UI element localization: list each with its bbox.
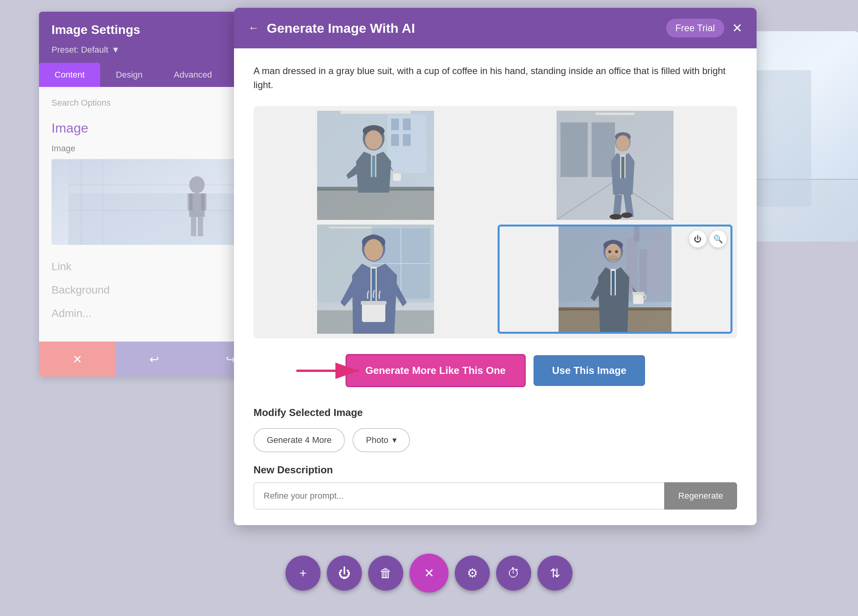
chevron-down-icon: ▾: [392, 435, 397, 445]
modify-controls: Generate 4 More Photo ▾: [254, 428, 737, 452]
svg-point-71: [364, 239, 383, 261]
svg-rect-35: [403, 134, 411, 146]
svg-rect-75: [361, 301, 386, 305]
svg-rect-43: [372, 156, 375, 177]
new-description-section: New Description Regenerate: [254, 464, 737, 510]
description-input-row: Regenerate: [254, 482, 737, 510]
undo-button[interactable]: ↩: [116, 342, 193, 377]
background-label: Background: [51, 284, 257, 296]
close-toolbar-button[interactable]: ✕: [410, 554, 448, 593]
svg-rect-93: [612, 271, 615, 296]
admin-label: Admin...: [51, 307, 257, 320]
generate-4more-button[interactable]: Generate 4 More: [254, 428, 345, 452]
svg-point-91: [608, 255, 619, 261]
selected-image-overlay: ⏻ 🔍: [689, 230, 727, 248]
svg-rect-74: [362, 303, 385, 322]
link-label: Link: [51, 260, 257, 273]
add-button[interactable]: +: [285, 556, 321, 591]
photo-style-select[interactable]: Photo ▾: [353, 428, 410, 452]
svg-rect-45: [392, 171, 402, 173]
modal-header-right: Free Trial ✕: [666, 19, 743, 37]
svg-rect-22: [201, 193, 206, 211]
svg-rect-36: [340, 111, 411, 114]
history-button[interactable]: ⏱: [496, 556, 531, 591]
sort-button[interactable]: ⇅: [537, 556, 573, 591]
svg-rect-34: [391, 134, 399, 146]
grid-image-2[interactable]: [498, 111, 732, 220]
svg-point-61: [621, 212, 632, 218]
svg-rect-67: [329, 227, 372, 228]
image-label: Image: [51, 143, 257, 154]
arrow-indicator: [292, 359, 370, 382]
chevron-down-icon: ▼: [112, 45, 120, 55]
svg-point-55: [616, 135, 629, 151]
settings-button[interactable]: ⚙: [455, 556, 490, 591]
svg-rect-44: [393, 172, 401, 181]
use-this-image-button[interactable]: Use This Image: [534, 355, 645, 386]
generate-more-button[interactable]: Generate More Like This One: [346, 354, 526, 387]
svg-rect-51: [592, 122, 615, 177]
svg-rect-37: [317, 189, 434, 220]
power-overlay-button[interactable]: ⏻: [689, 230, 706, 248]
search-overlay-button[interactable]: 🔍: [709, 230, 727, 248]
ai-modal: ← Generate Image With AI Free Trial ✕ A …: [234, 8, 757, 525]
new-description-title: New Description: [254, 464, 737, 476]
modify-section: Modify Selected Image Generate 4 More Ph…: [254, 407, 737, 452]
back-icon[interactable]: ←: [248, 22, 259, 34]
svg-rect-32: [391, 119, 399, 130]
image-preview: [51, 159, 257, 245]
image-section-title: Image: [51, 120, 257, 136]
svg-rect-33: [403, 119, 411, 130]
delete-button[interactable]: 🗑: [368, 556, 403, 591]
tab-content[interactable]: Content: [39, 63, 100, 87]
svg-rect-52: [596, 113, 635, 115]
grid-image-3[interactable]: [258, 225, 493, 334]
modal-header-left: ← Generate Image With AI: [248, 21, 415, 36]
action-buttons-row: Generate More Like This One Use This Ima…: [254, 354, 737, 387]
svg-point-41: [365, 130, 382, 150]
svg-rect-57: [621, 157, 624, 178]
grid-image-1[interactable]: [258, 111, 493, 220]
svg-rect-94: [633, 294, 644, 304]
image-grid: ⏻ 🔍: [254, 106, 737, 338]
tab-design[interactable]: Design: [100, 63, 158, 87]
svg-rect-18: [68, 193, 240, 245]
svg-rect-95: [632, 292, 644, 295]
svg-point-89: [615, 250, 618, 253]
tab-advanced[interactable]: Advanced: [158, 63, 228, 87]
panel-title: Image Settings: [51, 23, 140, 37]
free-trial-badge[interactable]: Free Trial: [666, 19, 724, 37]
search-options-label[interactable]: Search Options: [51, 98, 257, 108]
preset-label: Preset: Default: [51, 45, 108, 55]
svg-rect-50: [560, 122, 588, 177]
prompt-description: A man dressed in a gray blue suit, with …: [254, 64, 737, 92]
modal-header: ← Generate Image With AI Free Trial ✕: [234, 8, 757, 48]
cancel-button[interactable]: ✕: [39, 342, 116, 377]
description-input[interactable]: [254, 482, 664, 510]
svg-rect-24: [198, 217, 203, 237]
power-button[interactable]: ⏻: [327, 556, 362, 591]
svg-point-60: [610, 214, 622, 219]
grid-image-4[interactable]: ⏻ 🔍: [498, 225, 732, 334]
svg-rect-23: [191, 217, 196, 237]
modal-body: A man dressed in a gray blue suit, with …: [234, 48, 757, 525]
modify-title: Modify Selected Image: [254, 407, 737, 419]
svg-point-88: [608, 250, 612, 253]
modal-title: Generate Image With AI: [267, 21, 415, 36]
svg-rect-21: [188, 193, 193, 211]
close-button[interactable]: ✕: [732, 21, 743, 35]
bottom-toolbar: + ⏻ 🗑 ✕ ⚙ ⏱ ⇅: [285, 554, 573, 593]
regenerate-button[interactable]: Regenerate: [664, 482, 737, 510]
